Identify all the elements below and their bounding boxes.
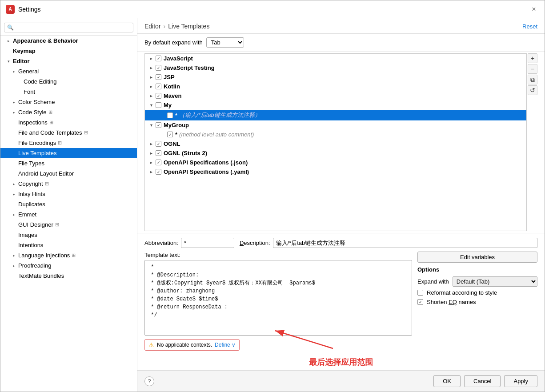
group-checkbox[interactable]: [156, 93, 161, 99]
item-checkbox[interactable]: [167, 132, 173, 137]
group-checkbox[interactable]: [156, 122, 161, 128]
group-arrow-icon: [148, 103, 154, 108]
shorten-checkbox[interactable]: [417, 299, 423, 305]
sidebar-item-label: File Types: [18, 160, 44, 167]
sidebar-item-live-templates[interactable]: ▸ Live Templates: [0, 148, 137, 158]
sidebar-item-label: File Encodings: [18, 140, 56, 146]
sidebar-item-font[interactable]: ▸ Font: [0, 87, 137, 97]
sidebar-item-file-types[interactable]: ▸ File Types: [0, 158, 137, 168]
group-checkbox[interactable]: [156, 74, 161, 80]
group-checkbox[interactable]: [156, 141, 161, 147]
badge-icon: ⊞: [55, 222, 59, 228]
cancel-button[interactable]: Cancel: [464, 375, 501, 387]
group-maven[interactable]: Maven: [145, 91, 526, 100]
action-buttons: OK Cancel Apply: [433, 375, 537, 387]
template-textarea[interactable]: * * @Description: * @版权:Copyright $year$…: [144, 260, 412, 336]
sidebar-item-color-scheme[interactable]: ▸ Color Scheme: [0, 97, 137, 107]
breadcrumb-current: Live Templates: [168, 23, 209, 30]
abbreviation-input[interactable]: [181, 238, 234, 248]
sidebar-item-file-encodings[interactable]: ▸ File Encodings ⊞: [0, 138, 137, 148]
expand-select[interactable]: Tab Enter Space: [206, 37, 244, 48]
sidebar-item-code-editing[interactable]: ▸ Code Editing: [0, 76, 137, 87]
sidebar-item-label: Appearance & Behavior: [13, 37, 78, 44]
group-mygroup[interactable]: MyGroup: [145, 120, 526, 130]
sidebar-item-label: Color Scheme: [18, 99, 55, 105]
sidebar-item-label: Code Editing: [24, 78, 56, 85]
add-template-button[interactable]: +: [528, 53, 537, 63]
badge-icon: ⊞: [49, 120, 53, 125]
sidebar-item-keymap[interactable]: ▸ Keymap: [0, 46, 137, 56]
bottom-bar: ? OK Cancel Apply: [137, 370, 545, 392]
group-checkbox[interactable]: [156, 84, 161, 89]
group-checkbox[interactable]: [156, 150, 161, 156]
reset-link[interactable]: Reset: [522, 23, 537, 30]
group-name: JavaScript Testing: [164, 64, 215, 71]
arrow-icon: ▸: [11, 69, 16, 74]
reformat-checkbox[interactable]: [417, 290, 423, 296]
sidebar-item-general[interactable]: ▸ General: [0, 66, 137, 76]
group-arrow-icon: [148, 56, 154, 61]
sidebar-item-inlay-hints[interactable]: ▸ Inlay Hints: [0, 189, 137, 199]
arrow-icon: ▸: [11, 181, 16, 187]
sidebar-item-label: Code Style: [18, 109, 47, 116]
description-input[interactable]: [273, 238, 537, 248]
group-kotlin[interactable]: Kotlin: [145, 82, 526, 91]
sidebar-item-appearance[interactable]: ▸ Appearance & Behavior: [0, 36, 137, 46]
reset-template-button[interactable]: ↺: [528, 85, 537, 95]
group-name: Kotlin: [164, 83, 180, 90]
group-javascript-testing[interactable]: JavaScript Testing: [145, 63, 526, 72]
sidebar-item-proofreading[interactable]: ▸ Proofreading: [0, 260, 137, 271]
sidebar-item-code-style[interactable]: ▸ Code Style ⊞: [0, 107, 137, 117]
badge-icon: ⊞: [45, 181, 49, 187]
group-arrow-icon: [148, 93, 154, 99]
window-title: Settings: [18, 6, 529, 13]
group-checkbox[interactable]: [156, 56, 161, 61]
sidebar-item-duplicates[interactable]: ▸ Duplicates: [0, 199, 137, 209]
group-name: OpenAPI Specifications (.yaml): [164, 168, 249, 175]
group-checkbox[interactable]: [156, 160, 161, 165]
template-item-mygroup-star[interactable]: * (method level auto comment): [145, 130, 526, 139]
group-javascript[interactable]: JavaScript: [145, 54, 526, 63]
group-checkbox[interactable]: [156, 169, 161, 175]
ok-button[interactable]: OK: [433, 375, 461, 387]
close-button[interactable]: ×: [529, 4, 539, 15]
copy-template-button[interactable]: ⧉: [528, 75, 537, 84]
item-checkbox[interactable]: [167, 112, 173, 118]
template-item-my-star[interactable]: * （输入/*后tab键生成方法注释）: [145, 110, 526, 120]
badge-icon: ⊞: [48, 109, 52, 115]
sidebar-item-emmet[interactable]: ▸ Emmet: [0, 209, 137, 220]
group-openapi-yaml[interactable]: OpenAPI Specifications (.yaml): [145, 167, 526, 176]
sidebar-item-images[interactable]: ▸ Images: [0, 230, 137, 240]
sidebar-item-gui-designer[interactable]: ▸ GUI Designer ⊞: [0, 220, 137, 230]
sidebar-item-language-injections[interactable]: ▸ Language Injections ⊞: [0, 250, 137, 260]
expand-with-select[interactable]: Default (Tab) Tab Enter Space: [453, 276, 537, 287]
group-ognl[interactable]: OGNL: [145, 139, 526, 148]
group-ognl-struts[interactable]: OGNL (Struts 2): [145, 148, 526, 158]
options-section: Options Expand with Default (Tab) Tab En…: [417, 266, 537, 305]
sidebar-item-textmate-bundles[interactable]: ▸ TextMate Bundles: [0, 271, 137, 281]
group-jsp[interactable]: JSP: [145, 72, 526, 82]
sidebar-item-file-code-templates[interactable]: ▸ File and Code Templates ⊞: [0, 128, 137, 138]
sidebar-item-android-layout-editor[interactable]: ▸ Android Layout Editor: [0, 168, 137, 179]
group-my[interactable]: My: [145, 100, 526, 110]
sidebar-item-inspections[interactable]: ▸ Inspections ⊞: [0, 117, 137, 128]
sidebar-item-intentions[interactable]: ▸ Intentions: [0, 240, 137, 250]
abbreviation-label: Abbreviation:: [144, 240, 178, 246]
warning-text: No applicable contexts.: [157, 342, 212, 348]
arrow-icon: ▸: [6, 38, 11, 44]
define-link[interactable]: Define ∨: [215, 342, 236, 348]
group-checkbox[interactable]: [156, 65, 161, 71]
sidebar-item-copyright[interactable]: ▸ Copyright ⊞: [0, 179, 137, 189]
group-openapi-json[interactable]: OpenAPI Specifications (.json): [145, 158, 526, 167]
search-input[interactable]: [4, 23, 133, 32]
list-toolbar: + − ⧉ ↺: [527, 53, 537, 231]
sidebar-item-editor[interactable]: ▾ Editor: [0, 56, 137, 66]
remove-template-button[interactable]: −: [528, 64, 537, 74]
sidebar: ▸ Appearance & Behavior ▸ Keymap ▾ Edito…: [0, 18, 137, 392]
help-button[interactable]: ?: [144, 376, 154, 386]
edit-variables-button[interactable]: Edit variables: [417, 252, 537, 263]
content-panel: Editor › Live Templates Reset By default…: [137, 18, 545, 392]
group-checkbox[interactable]: [156, 102, 161, 108]
app-icon: A: [6, 5, 15, 14]
apply-button[interactable]: Apply: [504, 375, 537, 387]
